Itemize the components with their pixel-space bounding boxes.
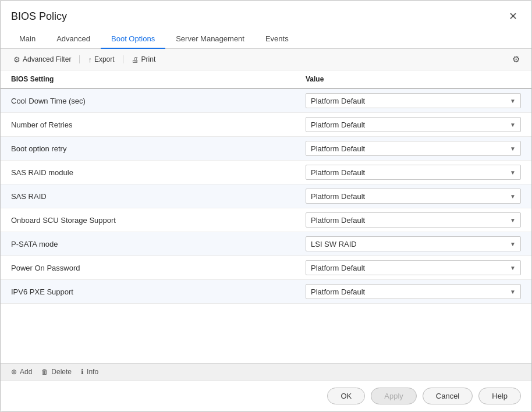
print-label: Print: [141, 55, 156, 63]
dialog-footer: OK Apply Cancel Help: [1, 380, 531, 411]
value-text: Platform Default: [311, 264, 365, 272]
chevron-down-icon: ▼: [510, 241, 516, 247]
table-row: IPV6 PXE SupportPlatform Default▼: [1, 280, 531, 304]
setting-name: Cool Down Time (sec): [1, 88, 295, 113]
export-icon: ↑: [88, 55, 92, 64]
delete-icon: 🗑: [41, 368, 48, 376]
tab-bar: Main Advanced Boot Options Server Manage…: [1, 30, 531, 49]
setting-name: SAS RAID: [1, 184, 295, 208]
value-dropdown[interactable]: Platform Default▼: [306, 260, 521, 275]
add-icon: ⊕: [11, 368, 17, 376]
setting-value-cell: Platform Default▼: [295, 184, 531, 208]
delete-label: Delete: [51, 368, 72, 376]
info-action[interactable]: ℹ Info: [81, 368, 98, 376]
table-row: SAS RAIDPlatform Default▼: [1, 184, 531, 208]
settings-table: BIOS Setting Value Cool Down Time (sec)P…: [1, 70, 531, 304]
value-dropdown[interactable]: Platform Default▼: [306, 141, 521, 156]
table-row: Power On PasswordPlatform Default▼: [1, 256, 531, 280]
tab-main[interactable]: Main: [9, 30, 46, 49]
value-dropdown[interactable]: Platform Default▼: [306, 165, 521, 180]
value-dropdown[interactable]: Platform Default▼: [306, 284, 521, 299]
value-dropdown[interactable]: Platform Default▼: [306, 212, 521, 228]
close-button[interactable]: ✕: [505, 9, 521, 24]
setting-value-cell: Platform Default▼: [295, 137, 531, 161]
toolbar-divider-2: [123, 55, 123, 63]
print-button[interactable]: 🖨 Print: [127, 54, 161, 66]
setting-value-cell: Platform Default▼: [295, 280, 531, 304]
setting-value-cell: Platform Default▼: [295, 161, 531, 184]
advanced-filter-button[interactable]: ⚙ Advanced Filter: [9, 54, 76, 66]
value-text: Platform Default: [311, 97, 365, 105]
value-dropdown[interactable]: LSI SW RAID▼: [306, 236, 521, 251]
dialog-header: BIOS Policy ✕: [1, 1, 531, 30]
setting-name: P-SATA mode: [1, 232, 295, 256]
chevron-down-icon: ▼: [510, 193, 516, 200]
export-label: Export: [94, 55, 115, 63]
col-setting-header: BIOS Setting: [1, 70, 295, 88]
value-text: LSI SW RAID: [311, 240, 357, 248]
bios-policy-dialog: BIOS Policy ✕ Main Advanced Boot Options…: [0, 0, 532, 412]
value-text: Platform Default: [311, 144, 365, 153]
setting-name: Boot option retry: [1, 137, 295, 161]
value-text: Platform Default: [311, 216, 365, 225]
toolbar-divider-1: [79, 55, 80, 63]
setting-value-cell: Platform Default▼: [295, 256, 531, 280]
setting-name: Onboard SCU Storage Support: [1, 208, 295, 232]
chevron-down-icon: ▼: [510, 169, 516, 176]
table-row: Onboard SCU Storage SupportPlatform Defa…: [1, 208, 531, 232]
value-text: Platform Default: [311, 120, 365, 129]
apply-button: Apply: [371, 388, 417, 404]
tab-events[interactable]: Events: [255, 30, 299, 49]
table-row: Boot option retryPlatform Default▼: [1, 137, 531, 161]
filter-label: Advanced Filter: [23, 55, 71, 63]
setting-value-cell: Platform Default▼: [295, 208, 531, 232]
setting-name: Number of Retries: [1, 113, 295, 137]
settings-table-area: BIOS Setting Value Cool Down Time (sec)P…: [1, 70, 531, 363]
value-text: Platform Default: [311, 168, 365, 177]
chevron-down-icon: ▼: [510, 145, 516, 152]
export-button[interactable]: ↑ Export: [83, 54, 119, 66]
chevron-down-icon: ▼: [510, 122, 516, 128]
setting-name: Power On Password: [1, 256, 295, 280]
chevron-down-icon: ▼: [510, 98, 516, 104]
info-icon: ℹ: [81, 368, 84, 376]
value-text: Platform Default: [311, 287, 365, 296]
cancel-button[interactable]: Cancel: [423, 388, 473, 404]
settings-icon: ⚙: [512, 54, 520, 64]
tab-server-management[interactable]: Server Management: [165, 30, 255, 49]
chevron-down-icon: ▼: [510, 217, 516, 223]
filter-icon: ⚙: [13, 55, 20, 64]
value-dropdown[interactable]: Platform Default▼: [306, 117, 521, 132]
col-value-header: Value: [295, 70, 531, 88]
help-button[interactable]: Help: [478, 388, 521, 404]
setting-value-cell: Platform Default▼: [295, 113, 531, 137]
add-action[interactable]: ⊕ Add: [11, 368, 32, 376]
chevron-down-icon: ▼: [510, 289, 516, 295]
value-text: Platform Default: [311, 192, 365, 201]
settings-button[interactable]: ⚙: [509, 52, 523, 66]
table-row: P-SATA modeLSI SW RAID▼: [1, 232, 531, 256]
chevron-down-icon: ▼: [510, 265, 516, 271]
setting-value-cell: Platform Default▼: [295, 88, 531, 113]
table-row: SAS RAID modulePlatform Default▼: [1, 161, 531, 184]
delete-action[interactable]: 🗑 Delete: [41, 368, 72, 376]
setting-name: IPV6 PXE Support: [1, 280, 295, 304]
info-label: Info: [87, 368, 98, 376]
table-row: Number of RetriesPlatform Default▼: [1, 113, 531, 137]
print-icon: 🖨: [132, 55, 139, 64]
setting-name: SAS RAID module: [1, 161, 295, 184]
setting-value-cell: LSI SW RAID▼: [295, 232, 531, 256]
table-row: Cool Down Time (sec)Platform Default▼: [1, 88, 531, 113]
bottom-action-bar: ⊕ Add 🗑 Delete ℹ Info: [1, 363, 531, 380]
toolbar: ⚙ Advanced Filter ↑ Export 🖨 Print ⚙: [1, 49, 531, 70]
ok-button[interactable]: OK: [327, 388, 365, 404]
close-icon: ✕: [509, 10, 517, 22]
tab-boot-options[interactable]: Boot Options: [101, 30, 165, 49]
value-dropdown[interactable]: Platform Default▼: [306, 189, 521, 204]
tab-advanced[interactable]: Advanced: [46, 30, 101, 49]
value-dropdown[interactable]: Platform Default▼: [306, 93, 521, 108]
add-label: Add: [20, 368, 32, 376]
dialog-title: BIOS Policy: [11, 10, 67, 23]
